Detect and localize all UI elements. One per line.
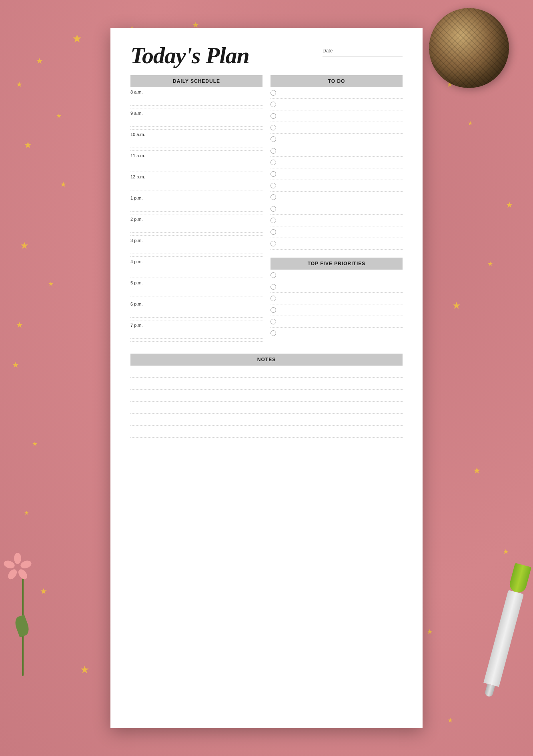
flower-decoration (12, 556, 36, 676)
todo-checkbox-1[interactable] (271, 90, 276, 96)
star-decoration: ★ (24, 510, 29, 516)
schedule-line[interactable] (130, 162, 262, 169)
priority-checkbox-1[interactable] (271, 272, 276, 278)
planner-page: Today's Plan Date DAILY SCHEDULE 8 a.m. … (110, 28, 423, 728)
notes-line-3[interactable] (130, 390, 403, 402)
notes-section: NOTES (130, 346, 403, 438)
right-column: TO DO (271, 75, 403, 342)
todo-item-4[interactable] (271, 122, 403, 134)
time-label-12pm: 12 p.m. (130, 174, 262, 179)
schedule-line[interactable] (130, 289, 262, 296)
star-decoration: ★ (16, 80, 22, 89)
schedule-row-6pm: 6 p.m. (130, 299, 262, 320)
schedule-line[interactable] (130, 141, 262, 148)
wicker-ball-decoration (429, 8, 509, 88)
notes-line-5[interactable] (130, 414, 403, 426)
todo-checkbox-6[interactable] (271, 148, 276, 154)
notes-line-1[interactable] (130, 366, 403, 378)
schedule-line[interactable] (130, 268, 262, 275)
priority-checkbox-6[interactable] (271, 330, 276, 336)
priority-item-6[interactable] (271, 328, 403, 339)
todo-item-1[interactable] (271, 87, 403, 99)
star-decoration: ★ (503, 547, 509, 556)
star-decoration: ★ (468, 120, 473, 126)
todo-item-13[interactable] (271, 226, 403, 238)
schedule-row-4pm: 4 p.m. (130, 257, 262, 278)
todo-checkbox-4[interactable] (271, 125, 276, 130)
star-decoration: ★ (452, 300, 461, 311)
todo-item-14[interactable] (271, 238, 403, 250)
todo-item-6[interactable] (271, 145, 403, 157)
star-decoration: ★ (40, 586, 47, 596)
time-label-4pm: 4 p.m. (130, 259, 262, 264)
schedule-line[interactable] (130, 98, 262, 106)
todo-checkbox-10[interactable] (271, 194, 276, 200)
star-decoration: ★ (72, 32, 82, 45)
star-decoration: ★ (24, 140, 32, 150)
todo-checkbox-7[interactable] (271, 160, 276, 165)
todo-checkbox-9[interactable] (271, 183, 276, 188)
priority-checkbox-3[interactable] (271, 296, 276, 301)
date-label: Date (323, 48, 333, 54)
time-label-1pm: 1 p.m. (130, 196, 262, 200)
date-line[interactable] (323, 56, 403, 56)
priority-checkbox-4[interactable] (271, 307, 276, 313)
todo-item-3[interactable] (271, 110, 403, 122)
schedule-line[interactable] (130, 332, 262, 339)
schedule-line[interactable] (130, 310, 262, 318)
todo-item-7[interactable] (271, 157, 403, 168)
star-decoration: ★ (12, 360, 19, 370)
notes-line-6[interactable] (130, 426, 403, 438)
schedule-line[interactable] (130, 247, 262, 254)
priority-item-3[interactable] (271, 293, 403, 304)
star-decoration: ★ (473, 466, 481, 476)
todo-checkbox-3[interactable] (271, 113, 276, 119)
time-label-10am: 10 a.m. (130, 132, 262, 137)
star-decoration: ★ (427, 627, 433, 636)
schedule-row-8am: 8 a.m. (130, 87, 262, 108)
time-label-11am: 11 a.m. (130, 153, 262, 158)
star-decoration: ★ (32, 440, 38, 448)
priority-item-1[interactable] (271, 270, 403, 281)
todo-checkbox-13[interactable] (271, 229, 276, 235)
time-label-6pm: 6 p.m. (130, 302, 262, 306)
todo-item-11[interactable] (271, 203, 403, 215)
todo-item-12[interactable] (271, 215, 403, 226)
time-label-8am: 8 a.m. (130, 90, 262, 94)
time-label-3pm: 3 p.m. (130, 238, 262, 243)
todo-item-8[interactable] (271, 168, 403, 180)
star-decoration: ★ (506, 200, 513, 210)
star-decoration: ★ (36, 56, 43, 66)
todo-checkbox-11[interactable] (271, 206, 276, 212)
priority-item-4[interactable] (271, 304, 403, 316)
todo-checkbox-2[interactable] (271, 102, 276, 107)
schedule-line[interactable] (130, 204, 262, 212)
page-title: Today's Plan (130, 44, 249, 67)
time-label-5pm: 5 p.m. (130, 280, 262, 285)
schedule-row-12pm: 12 p.m. (130, 172, 262, 193)
todo-header: TO DO (271, 75, 403, 87)
pen-decoration (477, 590, 524, 710)
schedule-line[interactable] (130, 226, 262, 233)
schedule-row-10am: 10 a.m. (130, 130, 262, 151)
todo-item-5[interactable] (271, 134, 403, 145)
todo-item-10[interactable] (271, 192, 403, 203)
todo-item-9[interactable] (271, 180, 403, 192)
priority-item-5[interactable] (271, 316, 403, 328)
star-decoration: ★ (16, 320, 23, 330)
schedule-line[interactable] (130, 120, 262, 127)
schedule-line[interactable] (130, 183, 262, 190)
schedule-row-3pm: 3 p.m. (130, 236, 262, 257)
priority-checkbox-2[interactable] (271, 284, 276, 290)
todo-checkbox-5[interactable] (271, 136, 276, 142)
priority-item-2[interactable] (271, 281, 403, 293)
todo-checkbox-8[interactable] (271, 171, 276, 177)
notes-line-2[interactable] (130, 378, 403, 390)
schedule-row-7pm: 7 p.m. (130, 320, 262, 342)
left-column: DAILY SCHEDULE 8 a.m. 9 a.m. 10 a.m. 11 … (130, 75, 262, 342)
todo-checkbox-12[interactable] (271, 218, 276, 223)
priority-checkbox-5[interactable] (271, 319, 276, 324)
notes-line-4[interactable] (130, 402, 403, 414)
todo-item-2[interactable] (271, 99, 403, 110)
todo-checkbox-14[interactable] (271, 241, 276, 246)
